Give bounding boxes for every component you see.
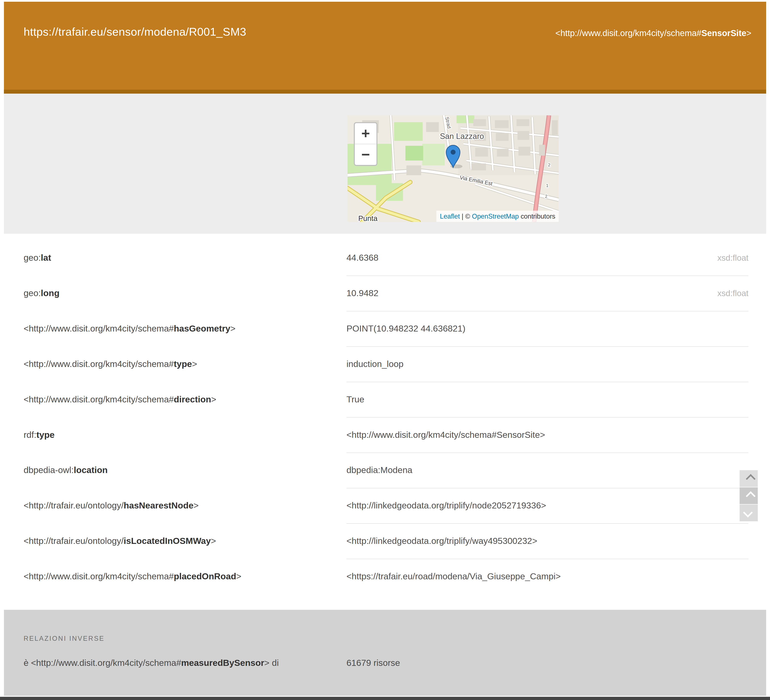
predicate-name: lat	[41, 253, 51, 263]
property-row: geo:long 10.9482xsd:float	[0, 276, 770, 311]
predicate-prefix: dbpedia-owl:	[24, 465, 74, 476]
scroll-down-button[interactable]	[739, 505, 758, 521]
predicate-link[interactable]: <http://www.disit.org/km4city/schema#dir…	[24, 382, 346, 417]
leaflet-link[interactable]: Leaflet	[440, 212, 460, 220]
resource-header: https://trafair.eu/sensor/modena/R001_SM…	[4, 2, 766, 94]
type-suffix: >	[746, 28, 751, 38]
value-cell: <http://linkedgeodata.org/triplify/node2…	[346, 488, 749, 524]
leaflet-map[interactable]: San Lazzaro Via Emilia Est Strad Punta 2…	[348, 115, 559, 222]
value-cell: True	[346, 382, 749, 418]
predicate-prefix: geo:	[24, 288, 41, 299]
chevron-down-icon	[743, 508, 752, 517]
properties-list: geo:lat 44.6368xsd:float geo:long 10.948…	[0, 234, 770, 610]
resource-uri: https://trafair.eu/sensor/modena/R001_SM…	[24, 25, 246, 39]
property-value-link[interactable]: <http://linkedgeodata.org/triplify/way49…	[346, 536, 537, 546]
predicate-prefix: geo:	[24, 253, 41, 263]
predicate-prefix: <http://www.disit.org/km4city/schema#	[24, 394, 174, 405]
value-cell: induction_loop	[346, 347, 749, 382]
property-row: <http://www.disit.org/km4city/schema#dir…	[0, 382, 770, 418]
property-value-link[interactable]: <https://trafair.eu/road/modena/Via_Gius…	[346, 571, 561, 582]
property-value-link[interactable]: <http://www.disit.org/km4city/schema#Sen…	[346, 430, 545, 440]
predicate-prefix: <http://trafair.eu/ontology/	[24, 501, 124, 511]
predicate-link[interactable]: dbpedia-owl:location	[24, 453, 346, 488]
property-row: geo:lat 44.6368xsd:float	[0, 241, 770, 276]
scroll-navigation	[739, 470, 758, 522]
lodview-page: https://trafair.eu/sensor/modena/R001_SM…	[0, 2, 770, 700]
value-cell: <https://trafair.eu/road/modena/Via_Gius…	[346, 559, 749, 594]
attribution-separator: | ©	[460, 212, 472, 220]
chevron-up-icon	[746, 491, 755, 501]
predicate-link[interactable]: rdf:type	[24, 418, 346, 453]
inverse-predicate-name: measuredBySensor	[181, 658, 264, 668]
predicate-link[interactable]: geo:lat	[24, 241, 346, 276]
scroll-up-button[interactable]	[739, 470, 758, 487]
osm-link[interactable]: OpenStreetMap	[472, 212, 519, 220]
scroll-top-button[interactable]	[739, 488, 758, 504]
predicate-suffix: >	[192, 359, 197, 369]
predicate-suffix: >	[193, 501, 199, 511]
map-attribution: Leaflet | © OpenStreetMap contributors	[437, 211, 559, 222]
predicate-name: hasGeometry	[174, 324, 230, 334]
inverse-relation-row: è <http://www.disit.org/km4city/schema#m…	[4, 658, 766, 668]
predicate-link[interactable]: <http://www.disit.org/km4city/schema#pla…	[24, 559, 346, 594]
inverse-relation-count: 61679 risorse	[346, 658, 744, 668]
bottom-divider-bar	[0, 697, 770, 700]
predicate-link[interactable]: geo:long	[24, 276, 346, 311]
predicate-link[interactable]: <http://trafair.eu/ontology/hasNearestNo…	[24, 488, 346, 523]
map-section: San Lazzaro Via Emilia Est Strad Punta 2…	[4, 94, 766, 233]
inverse-relations-title: RELAZIONI INVERSE	[4, 635, 766, 642]
predicate-link[interactable]: <http://www.disit.org/km4city/schema#has…	[24, 311, 346, 346]
predicate-name: type	[174, 359, 192, 369]
inverse-statement-suffix: > di	[264, 658, 279, 668]
property-value-link[interactable]: dbpedia:Modena	[346, 465, 412, 476]
map-canvas[interactable]: San Lazzaro Via Emilia Est Strad Punta 2…	[348, 115, 559, 222]
predicate-link[interactable]: <http://trafair.eu/ontology/isLocatedInO…	[24, 524, 346, 559]
type-name: SensorSite	[702, 28, 746, 38]
type-prefix: <http://www.disit.org/km4city/schema#	[555, 28, 701, 38]
datatype-label: xsd:float	[717, 253, 749, 263]
zoom-in-button[interactable]: +	[355, 123, 377, 144]
property-value: True	[346, 394, 364, 405]
resource-type-link[interactable]: <http://www.disit.org/km4city/schema#Sen…	[555, 28, 751, 39]
predicate-link[interactable]: <http://www.disit.org/km4city/schema#typ…	[24, 347, 346, 382]
map-road-number: 1	[546, 183, 548, 188]
property-value: 10.9482	[346, 288, 379, 299]
predicate-suffix: >	[230, 324, 236, 334]
predicate-prefix: <http://www.disit.org/km4city/schema#	[24, 324, 174, 334]
predicate-name: long	[41, 288, 60, 299]
predicate-prefix: <http://www.disit.org/km4city/schema#	[24, 571, 174, 582]
inverse-predicate-link[interactable]: è <http://www.disit.org/km4city/schema#m…	[24, 658, 346, 668]
value-cell: 10.9482xsd:float	[346, 276, 749, 311]
property-value-link[interactable]: <http://linkedgeodata.org/triplify/node2…	[346, 501, 546, 511]
property-row: <http://www.disit.org/km4city/schema#typ…	[0, 347, 770, 382]
value-cell: POINT(10.948232 44.636821)	[346, 311, 749, 347]
viewport: https://trafair.eu/sensor/modena/R001_SM…	[0, 0, 770, 700]
property-row: <http://www.disit.org/km4city/schema#has…	[0, 311, 770, 347]
predicate-suffix: >	[211, 536, 216, 546]
predicate-suffix: >	[236, 571, 241, 582]
property-row: <http://trafair.eu/ontology/isLocatedInO…	[0, 524, 770, 559]
property-row: <http://trafair.eu/ontology/hasNearestNo…	[0, 488, 770, 524]
zoom-out-button[interactable]: −	[355, 144, 377, 165]
property-row: <http://www.disit.org/km4city/schema#pla…	[0, 559, 770, 594]
value-cell: <http://linkedgeodata.org/triplify/way49…	[346, 524, 749, 559]
property-row: dbpedia-owl:location dbpedia:Modena	[0, 453, 770, 488]
inverse-statement-prefix: è <http://www.disit.org/km4city/schema#	[24, 658, 181, 668]
property-value: 44.6368	[346, 253, 379, 263]
map-road-number: 2	[545, 194, 547, 199]
property-row: rdf:type <http://www.disit.org/km4city/s…	[0, 418, 770, 453]
attribution-suffix: contributors	[519, 212, 555, 220]
predicate-name: hasNearestNode	[124, 501, 193, 511]
predicate-name: location	[74, 465, 108, 476]
datatype-label: xsd:float	[717, 288, 749, 298]
predicate-name: direction	[174, 394, 211, 405]
value-cell: 44.6368xsd:float	[346, 241, 749, 276]
chevron-up-icon	[746, 474, 755, 484]
predicate-suffix: >	[211, 394, 217, 405]
value-cell: dbpedia:Modena	[346, 453, 749, 488]
map-place-label: San Lazzaro	[440, 132, 484, 141]
map-zoom-control: + −	[354, 122, 377, 166]
predicate-prefix: rdf:	[24, 430, 37, 440]
property-value: POINT(10.948232 44.636821)	[346, 324, 465, 334]
value-cell: <http://www.disit.org/km4city/schema#Sen…	[346, 418, 749, 453]
